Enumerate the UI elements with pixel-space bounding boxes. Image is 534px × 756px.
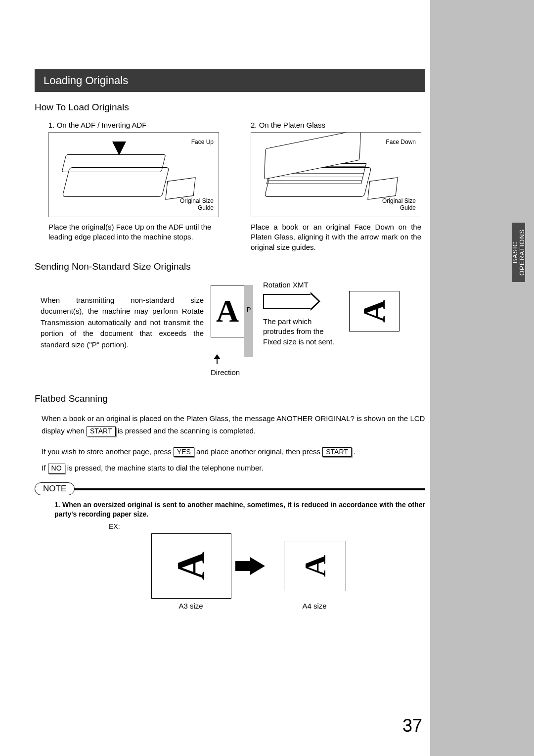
rotation-row: When transmitting non-standard size docu… — [35, 280, 425, 377]
a3-box: A — [151, 533, 231, 599]
guide-label-platen: Original Size Guide — [382, 198, 416, 212]
direction-label: Direction — [211, 368, 256, 377]
platen-instruction-text: Place a book or an original Face Down on… — [251, 222, 421, 252]
subheading-nonstandard: Sending Non-Standard Size Originals — [35, 261, 425, 272]
rotation-arrow-icon — [263, 294, 312, 309]
platen-title: 2. On the Platen Glass — [251, 121, 425, 129]
a4-letter: A — [298, 555, 333, 577]
big-arrow-icon — [250, 557, 265, 575]
flatbed-line1b: is pressed and the scanning is completed… — [118, 426, 256, 435]
face-up-label: Face Up — [191, 139, 214, 145]
flatbed-line2c: . — [354, 447, 356, 456]
note-divider — [35, 488, 425, 490]
adf-column: 1. On the ADF / Inverting ADF Face Up Or… — [35, 121, 223, 252]
arrow-down-icon — [112, 142, 126, 155]
a3-letter: A — [169, 552, 214, 580]
nonstandard-text: When transmitting non-standard size docu… — [41, 295, 204, 351]
flatbed-line3a: If — [42, 464, 45, 472]
note-bubble: NOTE — [35, 482, 75, 495]
printer-platen-illustration — [256, 143, 395, 208]
subheading-how-to-load: How To Load Originals — [35, 102, 425, 113]
flatbed-line3b: is pressed, the machine starts to dial t… — [67, 464, 264, 472]
page-content: Loading Originals How To Load Originals … — [35, 69, 425, 610]
platen-column: 2. On the Platen Glass Face Down Origina… — [237, 121, 425, 252]
loading-methods: 1. On the ADF / Inverting ADF Face Up Or… — [35, 121, 425, 252]
a4-box: A — [284, 541, 346, 591]
example-captions: A3 size A4 size — [151, 602, 425, 610]
guide-label-adf: Original Size Guide — [180, 198, 214, 212]
section-tab: BASIC OPERATIONS — [512, 223, 525, 282]
rotated-letter: A — [356, 300, 393, 323]
side-margin — [430, 0, 534, 756]
direction-arrow-icon — [211, 357, 256, 368]
note-text: 1. When an oversized original is sent to… — [54, 500, 425, 520]
adf-diagram: Face Up Original Size Guide — [48, 132, 219, 217]
flatbed-line2a: If you wish to store another page, press — [42, 447, 172, 456]
landscape-page-box: A — [349, 291, 400, 331]
start-button-ref-1: START — [87, 426, 116, 436]
portrait-page-box: A — [211, 285, 244, 337]
example-row: A A — [151, 533, 425, 599]
adf-title: 1. On the ADF / Inverting ADF — [48, 121, 223, 129]
face-down-label: Face Down — [386, 139, 416, 145]
section-heading: Loading Originals — [35, 69, 425, 92]
rotation-mid-group: Rotation XMT The part which protrudes fr… — [263, 280, 342, 347]
a4-caption: A4 size — [284, 602, 345, 610]
example-label: EX: — [109, 522, 425, 530]
manual-page: BASIC OPERATIONS Loading Originals How T… — [0, 0, 534, 756]
original-portrait-group: A P Direction — [211, 280, 256, 377]
printer-adf-illustration — [54, 143, 192, 208]
subheading-flatbed: Flatbed Scanning — [35, 393, 425, 404]
p-portion-strip: P — [244, 285, 253, 357]
page-number: 37 — [402, 715, 422, 736]
no-button-ref: NO — [48, 464, 65, 473]
protrude-text: The part which protrudes from the Fixed … — [263, 317, 342, 347]
flatbed-line2b: and place another original, then press — [196, 447, 320, 456]
a3-caption: A3 size — [151, 602, 230, 610]
start-button-ref-2: START — [322, 447, 352, 457]
yes-button-ref: YES — [174, 447, 194, 457]
adf-instruction-text: Place the original(s) Face Up on the ADF… — [48, 222, 219, 242]
flatbed-text-block: When a book or an original is placed on … — [42, 412, 425, 474]
platen-diagram: Face Down Original Size Guide — [251, 132, 421, 217]
rotation-xmt-label: Rotation XMT — [263, 280, 342, 290]
